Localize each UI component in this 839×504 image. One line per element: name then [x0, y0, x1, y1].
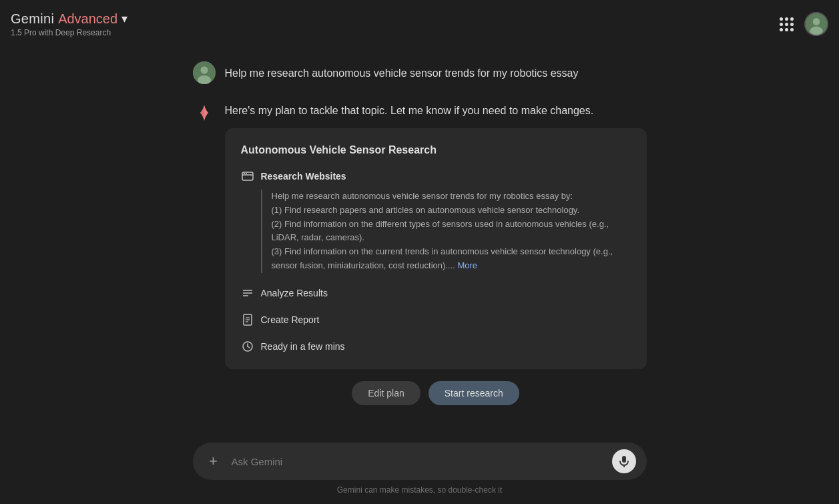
- ask-gemini-input[interactable]: [232, 456, 604, 467]
- svg-rect-20: [622, 456, 626, 463]
- header: Gemini Advanced ▾ 1.5 Pro with Deep Rese…: [0, 0, 839, 48]
- model-subtitle: 1.5 Pro with Deep Research: [11, 28, 127, 37]
- advanced-wordmark: Advanced: [58, 11, 117, 27]
- microphone-button[interactable]: [612, 449, 636, 473]
- browser-icon: [241, 170, 254, 183]
- disclaimer-text: Gemini can make mistakes, so double-chec…: [337, 485, 502, 495]
- svg-point-2: [810, 27, 823, 36]
- user-avatar-button[interactable]: [804, 12, 828, 36]
- gemini-star-icon: [193, 101, 216, 124]
- svg-point-9: [246, 173, 247, 174]
- user-message-row: Help me research autonomous vehicle sens…: [193, 61, 647, 84]
- gemini-wordmark: Gemini: [11, 11, 54, 27]
- header-title-row: Gemini Advanced ▾: [11, 11, 127, 27]
- svg-point-8: [244, 173, 245, 174]
- plan-item-ready: Ready in a few mins: [241, 340, 631, 353]
- research-plan-card: Autonomous Vehicle Sensor Research: [225, 128, 647, 369]
- research-websites-body: Help me research autonomous vehicle sens…: [261, 190, 631, 273]
- ready-time-text: Ready in a few mins: [261, 341, 345, 352]
- model-dropdown-icon[interactable]: ▾: [121, 11, 127, 26]
- svg-point-4: [200, 67, 208, 74]
- svg-point-1: [813, 18, 820, 25]
- input-row: +: [193, 443, 647, 480]
- more-link[interactable]: More: [457, 260, 477, 270]
- header-left: Gemini Advanced ▾ 1.5 Pro with Deep Rese…: [11, 11, 127, 37]
- header-right: [780, 12, 828, 36]
- start-research-button[interactable]: Start research: [429, 381, 519, 405]
- apps-grid-icon[interactable]: [780, 17, 794, 31]
- document-icon: [241, 313, 254, 326]
- research-websites-title: Research Websites: [261, 171, 346, 182]
- plan-section-research-header: Research Websites: [241, 170, 631, 183]
- add-attachment-button[interactable]: +: [204, 451, 224, 471]
- bottom-bar: + Gemini can make mistakes, so double-ch…: [0, 436, 839, 504]
- user-avatar-small: [193, 61, 216, 84]
- analyze-icon: [241, 286, 254, 300]
- plan-item-report: Create Report: [241, 313, 631, 326]
- plan-title: Autonomous Vehicle Sensor Research: [241, 144, 631, 156]
- chat-container: Help me research autonomous vehicle sens…: [193, 61, 647, 405]
- create-report-text: Create Report: [261, 314, 320, 325]
- gemini-intro-text: Here's my plan to tackle that topic. Let…: [225, 100, 647, 119]
- plan-item-analyze: Analyze Results: [241, 286, 631, 300]
- gemini-response-row: Here's my plan to tackle that topic. Let…: [193, 100, 647, 405]
- research-websites-text: Help me research autonomous vehicle sens…: [272, 190, 631, 273]
- gemini-response-content: Here's my plan to tackle that topic. Let…: [225, 100, 647, 405]
- svg-line-19: [248, 346, 250, 348]
- action-buttons: Edit plan Start research: [225, 381, 647, 405]
- analyze-results-text: Analyze Results: [261, 288, 328, 298]
- plan-section-research: Research Websites Help me research auton…: [241, 170, 631, 273]
- edit-plan-button[interactable]: Edit plan: [352, 381, 420, 405]
- clock-icon: [241, 340, 254, 353]
- user-message-text: Help me research autonomous vehicle sens…: [225, 61, 579, 81]
